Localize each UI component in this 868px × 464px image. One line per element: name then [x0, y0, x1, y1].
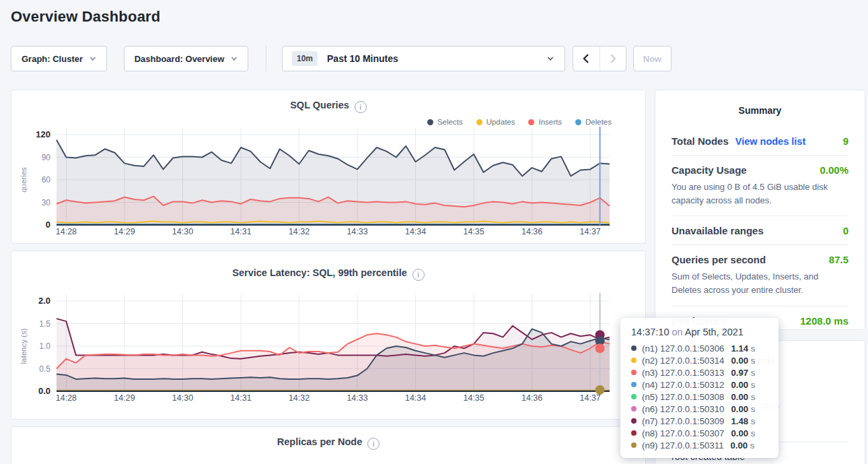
- legend-item[interactable]: Inserts: [528, 118, 562, 126]
- tooltip-row: (n3) 127.0.0.1:503130.97 s: [631, 366, 768, 378]
- tooltip-row: (n9) 127.0.0.1:503110.00 s: [631, 439, 768, 451]
- legend-item[interactable]: Deletes: [575, 118, 612, 126]
- chevron-right-icon: [609, 53, 617, 64]
- svg-text:14:31: 14:31: [230, 393, 251, 403]
- sql-queries-chart[interactable]: 030609012014:2814:2914:3014:3114:3214:33…: [11, 90, 645, 243]
- chart-title: Replicas per Nodei: [11, 436, 645, 450]
- legend-dot-icon: [575, 119, 581, 125]
- series-dot-icon: [631, 382, 637, 387]
- svg-text:14:30: 14:30: [172, 393, 193, 403]
- svg-text:0.0: 0.0: [38, 386, 50, 396]
- tooltip-timestamp: 14:37:10 on Apr 5th, 2021: [631, 327, 768, 337]
- series-dot-icon: [631, 430, 637, 436]
- summary-row-capacity: Capacity Usage 0.00% You are using 0 B o…: [672, 155, 848, 216]
- tooltip-row: (n2) 127.0.0.1:503140.00 s: [631, 354, 768, 366]
- toolbar-divider: [266, 46, 266, 71]
- summary-row-qps: Queries per second 87.5 Sum of Selects, …: [672, 244, 848, 305]
- series-dot-icon: [631, 358, 637, 363]
- summary-title: Summary: [672, 101, 848, 116]
- info-icon[interactable]: i: [412, 269, 425, 281]
- svg-text:latency (s): latency (s): [20, 328, 28, 364]
- svg-text:14:35: 14:35: [463, 227, 484, 236]
- legend-item[interactable]: Selects: [427, 118, 463, 126]
- summary-panel: Summary Total Nodes View nodes list 9 Ca…: [655, 90, 865, 330]
- sql-queries-panel: 030609012014:2814:2914:3014:3114:3214:33…: [11, 90, 646, 244]
- svg-text:2.0: 2.0: [38, 296, 50, 306]
- summary-row-unavailable-ranges: Unavailable ranges 0: [672, 216, 848, 244]
- legend-dot-icon: [476, 119, 482, 125]
- time-range-badge: 10m: [292, 51, 318, 66]
- time-range-selector[interactable]: 10m Past 10 Minutes: [282, 46, 565, 71]
- svg-text:14:33: 14:33: [347, 227, 367, 236]
- graph-dropdown[interactable]: Graph: Cluster: [11, 46, 107, 71]
- tooltip-row: (n6) 127.0.0.1:503100.00 s: [631, 403, 768, 415]
- chart-legend: SelectsUpdatesInsertsDeletes: [427, 118, 612, 126]
- svg-text:14:33: 14:33: [347, 393, 367, 403]
- replicas-per-node-panel: Replicas per Nodei: [11, 426, 646, 464]
- chevron-down-icon: [547, 55, 554, 62]
- time-prev-button[interactable]: [573, 46, 600, 71]
- series-dot-icon: [631, 345, 637, 351]
- tooltip-row: (n1) 127.0.0.1:503061.14 s: [631, 342, 768, 354]
- svg-text:14:31: 14:31: [230, 227, 251, 236]
- svg-text:1.0: 1.0: [39, 341, 50, 351]
- legend-dot-icon: [427, 119, 433, 125]
- svg-text:14:29: 14:29: [114, 393, 135, 403]
- svg-text:90: 90: [42, 153, 51, 162]
- svg-text:0: 0: [46, 220, 50, 230]
- service-latency-chart[interactable]: 0.00.51.01.52.014:2814:2914:3014:3114:32…: [11, 258, 645, 419]
- series-dot-icon: [631, 406, 637, 411]
- dashboard-dropdown[interactable]: Dashboard: Overview: [124, 46, 248, 71]
- svg-text:0.5: 0.5: [39, 364, 50, 374]
- time-next-button[interactable]: [600, 46, 626, 71]
- unavailable-ranges-label: Unavailable ranges: [672, 225, 764, 236]
- info-icon[interactable]: i: [355, 101, 367, 113]
- tooltip-row: (n5) 127.0.0.1:503080.00 s: [631, 391, 768, 403]
- p99-value: 1208.0 ms: [800, 315, 848, 327]
- series-dot-icon: [631, 394, 637, 399]
- tooltip-row: (n4) 127.0.0.1:503120.00 s: [631, 378, 768, 391]
- svg-text:14:36: 14:36: [521, 227, 542, 236]
- svg-text:14:37: 14:37: [580, 227, 601, 236]
- tooltip-rows: (n1) 127.0.0.1:503061.14 s(n2) 127.0.0.1…: [631, 342, 768, 451]
- view-nodes-list-link[interactable]: View nodes list: [735, 136, 806, 147]
- time-step-buttons: [573, 46, 626, 71]
- info-icon[interactable]: i: [367, 438, 379, 450]
- chart-tooltip: 14:37:10 on Apr 5th, 2021 (n1) 127.0.0.1…: [620, 318, 779, 458]
- svg-text:14:32: 14:32: [289, 393, 310, 403]
- time-range-label: Past 10 Minutes: [327, 53, 398, 64]
- chart-title: Service Latency: SQL, 99th percentilei: [11, 267, 645, 281]
- svg-text:14:35: 14:35: [463, 393, 484, 403]
- chevron-down-icon: [231, 55, 238, 62]
- service-latency-panel: 0.00.51.01.52.014:2814:2914:3014:3114:32…: [11, 251, 646, 420]
- capacity-label: Capacity Usage: [672, 164, 747, 176]
- svg-text:14:37: 14:37: [580, 393, 601, 403]
- svg-text:14:29: 14:29: [114, 227, 135, 236]
- svg-text:14:34: 14:34: [405, 227, 426, 236]
- svg-text:30: 30: [42, 198, 51, 207]
- svg-text:120: 120: [36, 129, 50, 139]
- page-title: Overview Dashboard: [11, 8, 160, 26]
- svg-text:14:34: 14:34: [405, 393, 426, 403]
- capacity-description: You are using 0 B of 4.5 GiB usable disk…: [672, 180, 848, 207]
- svg-text:14:36: 14:36: [521, 393, 542, 403]
- summary-row-total-nodes: Total Nodes View nodes list 9: [672, 127, 848, 155]
- dashboard-dropdown-label: Dashboard: Overview: [135, 54, 225, 64]
- graph-dropdown-label: Graph: Cluster: [22, 54, 83, 64]
- now-button[interactable]: Now: [633, 46, 672, 71]
- legend-dot-icon: [528, 119, 534, 125]
- svg-text:14:28: 14:28: [56, 393, 77, 403]
- svg-text:14:32: 14:32: [289, 227, 310, 236]
- chart-title: SQL Queriesi: [11, 100, 645, 113]
- qps-description: Sum of Selects, Updates, Inserts, and De…: [672, 270, 848, 297]
- tooltip-row: (n7) 127.0.0.1:503091.48 s: [631, 415, 768, 427]
- qps-value: 87.5: [829, 254, 848, 265]
- chevron-down-icon: [89, 55, 96, 62]
- series-dot-icon: [631, 370, 637, 375]
- svg-text:60: 60: [42, 175, 51, 185]
- legend-item[interactable]: Updates: [476, 118, 515, 126]
- chevron-left-icon: [582, 53, 590, 64]
- svg-text:14:30: 14:30: [172, 227, 193, 236]
- svg-text:queries: queries: [20, 167, 28, 193]
- unavailable-ranges-value: 0: [843, 225, 848, 236]
